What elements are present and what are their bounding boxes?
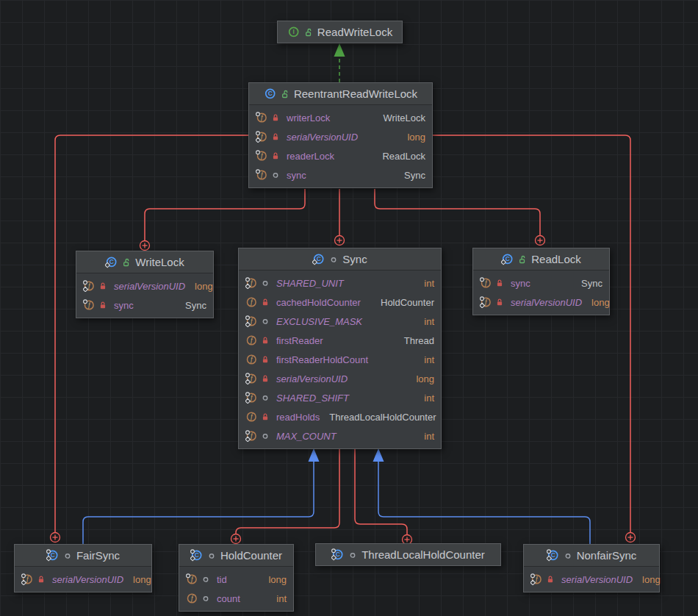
svg-text:f: f [251,279,253,287]
svg-text:f: f [251,394,253,401]
private-lock-icon [271,151,280,160]
field-type: int [418,354,434,365]
field-row-serialVersionUID[interactable]: f serialVersionUIDlong [524,570,659,589]
private-lock-icon [495,298,504,307]
svg-text:f: f [536,576,539,583]
private-lock-icon [495,279,504,287]
field-row-readerLock[interactable]: f readerLockReadLock [249,146,432,165]
private-lock-icon [261,355,270,364]
private-lock-icon [261,336,270,345]
package-visibility-icon [207,551,216,560]
svg-text:C: C [109,258,114,265]
field-row-sync[interactable]: f syncSync [473,273,609,293]
field-row-sync[interactable]: f syncSync [76,296,213,315]
svg-text:f: f [88,301,91,309]
class-node-ReadWriteLock[interactable]: I ReadWriteLock [277,21,403,43]
field-row-count[interactable]: f countint [179,589,293,608]
field-row-tid[interactable]: f tidlong [179,570,293,589]
field-name: cachedHoldCounter [276,297,361,308]
field-row-SHARED_SHIFT[interactable]: f SHARED_SHIFTint [239,388,441,407]
class-header: C HoldCounter [179,545,293,566]
edge-inner-class-ReentrantReadWriteLock-ReadLock[interactable] [375,189,540,235]
field-type: Sync [179,300,206,311]
field-icon: f [256,131,267,143]
field-name: serialVersionUID [52,574,123,585]
class-icon: C [46,549,59,562]
svg-text:f: f [251,432,253,440]
private-lock-icon [261,412,270,421]
public-open-lock-icon [304,28,313,37]
class-node-HoldCounter[interactable]: C HoldCounter f tidlong f countint [179,544,294,612]
svg-text:f: f [485,298,488,306]
field-row-cachedHoldCounter[interactable]: f cachedHoldCounterHoldCounter [239,293,441,312]
package-visibility-icon [261,317,270,326]
class-title: HoldCounter [220,549,282,562]
edge-extends-FairSync-Sync[interactable] [83,462,314,544]
field-row-SHARED_UNIT[interactable]: f SHARED_UNITint [239,273,441,293]
edge-inner-class-ReentrantReadWriteLock-FairSync[interactable] [55,135,248,532]
package-visibility-icon [261,431,270,440]
field-icon: f [245,315,257,327]
class-node-FairSync[interactable]: C FairSync f serialVersionUIDlong [14,544,152,592]
field-type: int [418,393,434,404]
edge-inner-class-Sync-HoldCounter[interactable] [236,448,339,534]
class-node-ThreadLocalHoldCounter[interactable]: C ThreadLocalHoldCounter [315,543,501,566]
edge-extends-NonfairSync-Sync[interactable] [378,462,590,544]
field-icon: f [245,354,257,365]
class-icon: C [331,548,344,561]
class-title: ReentrantReadWriteLock [294,87,417,100]
class-node-Sync[interactable]: C Sync f SHARED_UNITint f cachedHoldCoun… [238,248,442,449]
class-node-NonfairSync[interactable]: C NonfairSync f serialVersionUIDlong [523,544,660,592]
svg-text:f: f [261,152,264,160]
svg-text:C: C [268,90,273,97]
field-row-readHolds[interactable]: f readHoldsThreadLocalHoldCounter [239,407,441,426]
class-header: C NonfairSync [524,545,659,566]
containment-anchor-icon [536,236,545,246]
field-row-MAX_COUNT[interactable]: f MAX_COUNTint [239,426,441,445]
class-header: C ThreadLocalHoldCounter [316,544,500,565]
field-type: HoldCounter [375,297,434,308]
edge-inner-class-ReentrantReadWriteLock-WriteLock[interactable] [145,189,305,240]
containment-anchor-icon [51,533,60,542]
field-row-firstReader[interactable]: f firstReaderThread [239,331,441,350]
field-row-serialVersionUID[interactable]: f serialVersionUIDlong [76,276,213,296]
field-row-firstReaderHoldCount[interactable]: f firstReaderHoldCountint [239,350,441,369]
public-open-lock-icon [518,255,527,264]
field-row-EXCLUSIVE_MASK[interactable]: f EXCLUSIVE_MASKint [239,312,441,331]
field-row-serialVersionUID[interactable]: f serialVersionUIDlong [239,369,441,388]
field-name: serialVersionUID [114,281,185,292]
field-type: Thread [398,335,434,346]
private-lock-icon [271,132,280,141]
class-node-ReentrantReadWriteLock[interactable]: C ReentrantReadWriteLock f writerLockWri… [248,82,433,188]
field-icon: f [245,334,257,346]
field-row-serialVersionUID[interactable]: f serialVersionUIDlong [15,570,151,589]
svg-text:I: I [292,28,294,35]
uml-diagram-canvas[interactable]: I ReadWriteLock C ReentrantReadWriteLock… [0,0,698,616]
inheritance-arrow-icon [373,448,384,462]
field-type: ThreadLocalHoldCounter [323,412,436,423]
field-row-serialVersionUID[interactable]: f serialVersionUIDlong [249,127,432,146]
containment-anchor-icon [626,533,636,542]
field-row-serialVersionUID[interactable]: f serialVersionUIDlong [473,293,609,312]
class-node-WriteLock[interactable]: C WriteLock f serialVersionUIDlong f syn… [76,251,214,318]
public-open-lock-icon [122,258,131,267]
package-visibility-icon [348,551,357,559]
class-node-ReadLock[interactable]: C ReadLock f syncSync f serialVersionUID… [472,248,610,315]
class-title: NonfairSync [577,549,637,562]
field-type: long [401,132,425,143]
field-name: readerLock [287,151,334,162]
field-icon: f [480,277,492,289]
field-icon: f [245,373,257,384]
field-name: firstReader [276,335,323,346]
class-header: C ReadLock [473,248,609,270]
svg-text:C: C [505,255,510,262]
svg-text:C: C [317,255,321,262]
class-title: Sync [342,253,367,265]
svg-text:f: f [88,282,91,290]
field-row-writerLock[interactable]: f writerLockWriteLock [249,108,432,127]
field-row-sync[interactable]: f syncSync [249,165,432,185]
field-type: long [127,574,151,585]
edge-inner-class-ReentrantReadWriteLock-NonfairSync[interactable] [433,135,630,532]
field-icon: f [245,392,257,404]
svg-text:C: C [550,551,555,559]
